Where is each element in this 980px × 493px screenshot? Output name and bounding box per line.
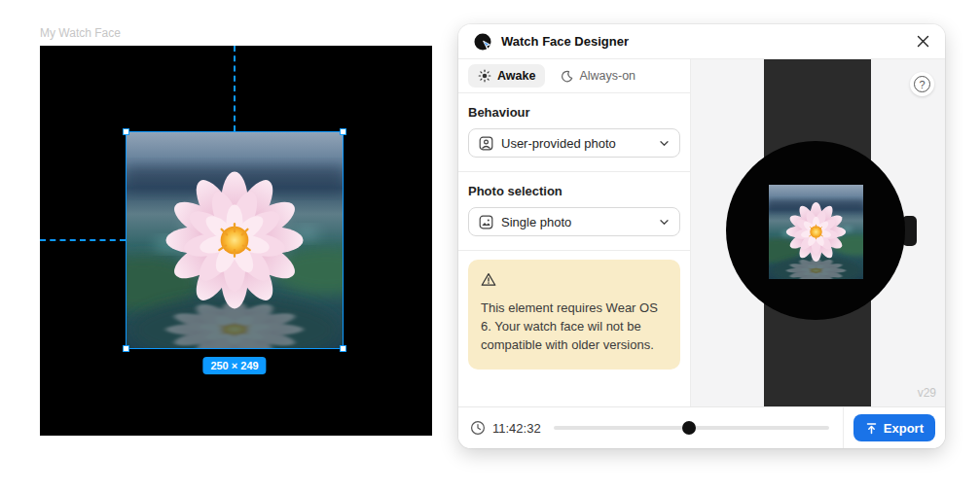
resize-handle-top-left[interactable] xyxy=(123,128,129,135)
photo-selection-label: Photo selection xyxy=(468,184,680,198)
panel-header: Watch Face Designer xyxy=(458,24,945,59)
resize-handle-top-right[interactable] xyxy=(340,128,346,135)
close-icon xyxy=(917,35,929,48)
watch-face-photo xyxy=(752,185,879,285)
tab-awake-label: Awake xyxy=(497,69,535,83)
compatibility-warning: This element requires Wear OS 6. Your wa… xyxy=(468,260,680,370)
selection-outline xyxy=(126,131,344,349)
preview-time-value: 11:42:32 xyxy=(492,421,541,436)
help-icon: ? xyxy=(914,76,930,92)
watch-mockup xyxy=(691,59,944,406)
watch-preview-area: ? v29 xyxy=(691,59,945,406)
moon-icon xyxy=(561,70,573,83)
design-canvas[interactable]: 250 × 249 xyxy=(40,46,432,436)
tab-always-on-label: Always-on xyxy=(579,69,635,83)
behaviour-section: Behaviour User-provided photo xyxy=(458,93,690,171)
selection-size-badge: 250 × 249 xyxy=(202,357,266,374)
panel-body: Awake Always-on Behaviour xyxy=(458,59,945,406)
horizontal-guide-line xyxy=(40,239,126,241)
tab-awake[interactable]: Awake xyxy=(468,64,545,88)
watch-face-designer-panel: Watch Face Designer xyxy=(458,24,945,448)
warning-text: This element requires Wear OS 6. Your wa… xyxy=(481,299,668,355)
export-arrow-icon xyxy=(865,422,878,435)
selected-photo-layer[interactable] xyxy=(126,131,344,349)
chevron-down-icon xyxy=(659,138,670,149)
screen: My Watch Face 250 × 249 Watch Face Desig… xyxy=(0,0,980,493)
behaviour-select[interactable]: User-provided photo xyxy=(468,128,680,158)
portrait-photo-icon xyxy=(479,136,493,151)
single-photo-icon xyxy=(479,215,493,229)
help-button[interactable]: ? xyxy=(910,72,934,96)
warning-triangle-icon xyxy=(481,272,496,287)
preview-time: 11:42:32 xyxy=(470,420,554,436)
resize-handle-bottom-right[interactable] xyxy=(340,345,346,352)
behaviour-value: User-provided photo xyxy=(501,136,616,151)
frame-title: My Watch Face xyxy=(40,26,121,40)
section-divider xyxy=(458,250,690,251)
resize-handle-bottom-left[interactable] xyxy=(123,345,129,352)
time-slider[interactable] xyxy=(554,421,829,435)
clock-icon xyxy=(470,420,486,436)
panel-footer: 11:42:32 Export xyxy=(458,406,945,448)
panel-title: Watch Face Designer xyxy=(501,34,629,49)
logo-icon xyxy=(474,33,491,51)
sun-icon xyxy=(478,69,491,83)
mode-tabs: Awake Always-on xyxy=(458,59,690,93)
photo-selection-section: Photo selection Single photo xyxy=(458,172,690,250)
close-button[interactable] xyxy=(910,29,935,54)
chevron-down-icon xyxy=(659,217,670,228)
export-button-label: Export xyxy=(884,421,924,436)
photo-selection-value: Single photo xyxy=(501,215,571,229)
slider-thumb[interactable] xyxy=(682,421,696,435)
export-button[interactable]: Export xyxy=(853,414,935,441)
photo-selection-select[interactable]: Single photo xyxy=(468,207,680,236)
version-label: v29 xyxy=(918,386,936,400)
behaviour-label: Behaviour xyxy=(468,105,680,120)
tab-always-on[interactable]: Always-on xyxy=(551,64,645,88)
config-column: Awake Always-on Behaviour xyxy=(458,59,691,406)
vertical-guide-line xyxy=(234,46,236,131)
